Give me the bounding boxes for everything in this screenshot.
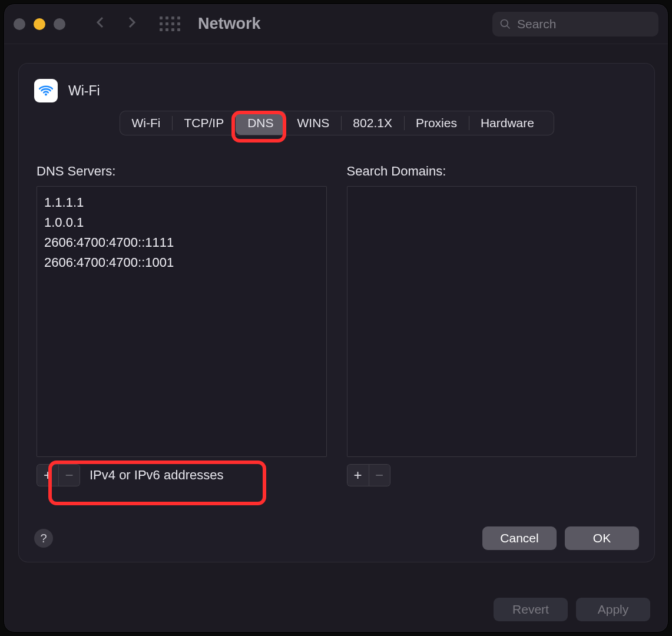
nav-arrows <box>94 15 138 32</box>
wifi-icon <box>34 79 58 102</box>
titlebar: Network Search <box>4 4 668 44</box>
tab-dns[interactable]: DNS <box>236 111 285 135</box>
dns-servers-list[interactable]: 1.1.1.1 1.0.0.1 2606:4700:4700::1111 260… <box>37 186 327 457</box>
interface-name: Wi-Fi <box>68 83 100 99</box>
remove-search-domain-button[interactable]: − <box>369 465 390 486</box>
sheet-header: Wi-Fi <box>34 79 639 102</box>
dns-server-row[interactable]: 1.1.1.1 <box>44 193 319 213</box>
dns-servers-label: DNS Servers: <box>37 164 327 179</box>
search-placeholder: Search <box>517 17 557 31</box>
dns-hint: IPv4 or IPv6 addresses <box>90 468 223 483</box>
dns-add-remove-group: + − <box>37 464 80 486</box>
dns-server-row[interactable]: 2606:4700:4700::1111 <box>44 233 319 253</box>
back-button[interactable] <box>94 15 108 32</box>
dns-servers-controls: + − IPv4 or IPv6 addresses <box>37 464 327 486</box>
cancel-button[interactable]: Cancel <box>482 526 557 550</box>
search-domains-controls: + − <box>347 464 637 486</box>
search-field[interactable]: Search <box>492 12 658 37</box>
window-controls <box>14 18 65 30</box>
dns-server-row[interactable]: 2606:4700:4700::1001 <box>44 253 319 273</box>
apply-button[interactable]: Apply <box>576 598 650 621</box>
dns-columns: DNS Servers: 1.1.1.1 1.0.0.1 2606:4700:4… <box>34 164 639 486</box>
minimize-window-button[interactable] <box>34 18 45 30</box>
add-dns-server-button[interactable]: + <box>37 465 58 486</box>
tab-hardware[interactable]: Hardware <box>469 111 546 135</box>
svg-point-2 <box>45 94 47 96</box>
search-domains-column: Search Domains: + − <box>347 164 637 486</box>
sheet-footer: ? Cancel OK <box>34 526 639 550</box>
search-domains-label: Search Domains: <box>347 164 637 179</box>
dns-server-row[interactable]: 1.0.0.1 <box>44 213 319 233</box>
advanced-tabs: Wi-Fi TCP/IP DNS WINS 802.1X Proxies Har… <box>120 111 554 135</box>
tab-wifi[interactable]: Wi-Fi <box>120 111 173 135</box>
zoom-window-button[interactable] <box>54 18 65 30</box>
revert-button[interactable]: Revert <box>494 598 568 621</box>
help-button[interactable]: ? <box>34 529 53 548</box>
tab-tcpip[interactable]: TCP/IP <box>172 111 236 135</box>
network-advanced-sheet: Wi-Fi Wi-Fi TCP/IP DNS WINS 802.1X Proxi… <box>18 63 655 562</box>
remove-dns-server-button[interactable]: − <box>58 465 80 486</box>
tab-wins[interactable]: WINS <box>286 111 342 135</box>
show-all-icon[interactable] <box>160 16 180 31</box>
search-domains-list[interactable] <box>347 186 637 457</box>
forward-button[interactable] <box>124 15 138 32</box>
search-icon <box>499 18 511 30</box>
system-preferences-window: Network Search Wi-Fi Wi-Fi TCP/IP DNS W <box>4 4 668 632</box>
dns-servers-column: DNS Servers: 1.1.1.1 1.0.0.1 2606:4700:4… <box>37 164 327 486</box>
outer-footer: Revert Apply <box>494 598 650 621</box>
close-window-button[interactable] <box>14 18 25 30</box>
ok-button[interactable]: OK <box>565 526 639 550</box>
search-domains-add-remove-group: + − <box>347 464 390 486</box>
add-search-domain-button[interactable]: + <box>347 465 369 486</box>
svg-point-0 <box>501 19 508 26</box>
tab-8021x[interactable]: 802.1X <box>341 111 404 135</box>
window-title: Network <box>198 15 261 33</box>
tab-proxies[interactable]: Proxies <box>404 111 469 135</box>
svg-line-1 <box>507 25 510 28</box>
